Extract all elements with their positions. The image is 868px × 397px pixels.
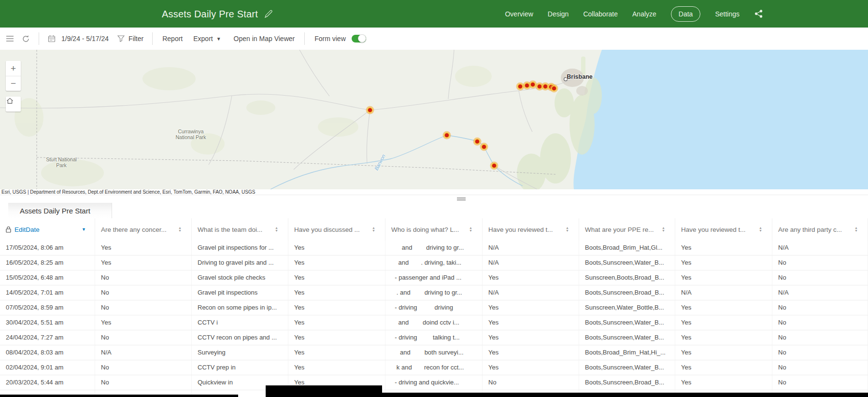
refresh-icon[interactable] [22, 35, 30, 43]
column-header-3[interactable]: Have you discussed ...▲▼ [288, 218, 385, 241]
nav-item-overview[interactable]: Overview [505, 10, 533, 18]
table-cell: Yes [288, 330, 385, 345]
sort-desc-icon[interactable]: ▼ [82, 227, 86, 232]
open-in-map-viewer-button[interactable]: Open in Map Viewer [234, 35, 295, 43]
nav-item-settings[interactable]: Settings [715, 10, 740, 18]
menu-icon[interactable] [6, 35, 14, 42]
table-row[interactable]: 07/05/2024, 8:59 amNoRecon on some pipes… [0, 300, 868, 315]
filter-button[interactable]: Filter [128, 35, 143, 43]
nav-item-analyze[interactable]: Analyze [632, 10, 656, 18]
share-icon[interactable] [754, 9, 763, 18]
table-row[interactable]: 20/03/2024, 5:44 amNoQuickview inYes - d… [0, 375, 868, 390]
table-cell: Yes [95, 255, 192, 270]
map-canvas[interactable]: + − BrisbaneCurrawinya National ParkStur… [0, 50, 868, 189]
sort-icon[interactable]: ▲▼ [662, 227, 665, 232]
home-button[interactable] [6, 97, 21, 112]
column-header-2[interactable]: What is the team doi...▲▼ [192, 218, 288, 241]
table-cell: 08/04/2024, 8:03 am [0, 345, 95, 360]
sort-icon[interactable]: ▲▼ [854, 227, 858, 232]
map-point[interactable] [480, 143, 488, 151]
column-header-7[interactable]: Have you reviewed t...▲▼ [675, 218, 772, 241]
table-row[interactable]: 17/05/2024, 8:06 amYesGravel pit inspect… [0, 241, 868, 255]
report-button[interactable]: Report [162, 35, 183, 43]
table-row[interactable]: 08/04/2024, 8:03 amN/ASurveyingYes and b… [0, 345, 868, 360]
table-cell: and . driving, taki... [385, 255, 483, 270]
splitter-grip-icon[interactable] [457, 198, 466, 201]
table-cell: No [95, 300, 192, 315]
zoom-in-button[interactable]: + [6, 61, 21, 76]
table-cell: Yes [288, 270, 385, 285]
column-header-1[interactable]: Are there any concer...▲▼ [95, 218, 192, 241]
form-view-toggle[interactable] [352, 35, 366, 43]
column-header-6[interactable]: What are your PPE re...▲▼ [579, 218, 675, 241]
calendar-icon[interactable] [48, 35, 56, 43]
sort-icon[interactable]: ▲▼ [469, 227, 472, 232]
filter-icon[interactable] [117, 35, 125, 42]
table-cell: Yes [675, 300, 772, 315]
sort-icon[interactable]: ▲▼ [275, 227, 278, 232]
table-cell: - driving and quickvie... [385, 375, 483, 390]
column-label: Are there any concer... [101, 226, 167, 233]
table-cell: Yes [288, 345, 385, 360]
table-cell: - driving driving [385, 300, 483, 315]
table-cell: Yes [483, 345, 579, 360]
edit-title-icon[interactable] [264, 9, 273, 18]
table-row[interactable]: 14/05/2024, 7:01 amNoGravel pit inspecti… [0, 285, 868, 300]
table-cell: No [772, 270, 868, 285]
table-cell: 24/04/2024, 7:27 am [0, 330, 95, 345]
table-cell: Yes [288, 315, 385, 330]
map-point[interactable] [443, 131, 451, 140]
table-cell: - passenger and iPad ... [385, 270, 483, 285]
column-label: Who is doing what? L... [391, 226, 459, 233]
column-header-8[interactable]: Are any third party c...▲▼ [772, 218, 868, 241]
table-cell: Yes [483, 315, 579, 330]
table-row[interactable]: 02/04/2024, 9:01 amNoCCTV prep inYes k a… [0, 360, 868, 375]
map-point[interactable] [490, 162, 498, 170]
table-cell: Yes [288, 285, 385, 300]
sort-icon[interactable]: ▲▼ [178, 227, 182, 232]
map-point[interactable] [366, 106, 374, 114]
column-label: Have you reviewed t... [681, 226, 746, 233]
table-row[interactable]: 16/05/2024, 8:25 amYesDriving to gravel … [0, 255, 868, 270]
map-point[interactable] [473, 138, 482, 146]
column-header-4[interactable]: Who is doing what? L...▲▼ [385, 218, 483, 241]
column-header-0[interactable]: EditDate▼ [0, 218, 95, 241]
table-cell: Sunscreen,Boots,Broad_B... [579, 270, 675, 285]
table-cell: Yes [675, 360, 772, 375]
table-cell: N/A [772, 285, 868, 300]
column-header-5[interactable]: Have you reviewed t...▲▼ [483, 218, 579, 241]
table-row[interactable]: 24/04/2024, 7:27 amNoCCTV recon on pipes… [0, 330, 868, 345]
table-cell: Recon on some pipes in ip... [192, 300, 288, 315]
table-cell: No [772, 330, 868, 345]
sort-icon[interactable]: ▲▼ [372, 227, 375, 232]
tab-assets-daily-pre-start[interactable]: Assets Daily Pre Start [8, 203, 112, 218]
table-cell: No [772, 300, 868, 315]
zoom-out-button[interactable]: − [6, 76, 21, 91]
sort-icon[interactable]: ▲▼ [566, 227, 569, 232]
map-point[interactable] [550, 85, 558, 93]
table-cell: Yes [483, 360, 579, 375]
sort-icon[interactable]: ▲▼ [759, 227, 762, 232]
nav-item-design[interactable]: Design [548, 10, 569, 18]
date-range[interactable]: 1/9/24 - 5/17/24 [61, 35, 109, 43]
table-cell: Yes [288, 300, 385, 315]
column-label: Have you reviewed t... [488, 226, 553, 233]
table-cell: Yes [675, 255, 772, 270]
table-cell: Gravel pit inspections for ... [192, 241, 288, 255]
table-cell: Gravel stock pile checks [192, 270, 288, 285]
table-cell: No [772, 315, 868, 330]
export-button[interactable]: Export▼ [193, 35, 221, 43]
lock-icon [6, 226, 11, 233]
table-cell: - driving talking t... [385, 330, 483, 345]
table-cell: and doind cctv i... [385, 315, 483, 330]
table-row[interactable]: 15/05/2024, 6:48 amNoGravel stock pile c… [0, 270, 868, 285]
table-cell: No [95, 375, 192, 390]
table-cell: N/A [483, 285, 579, 300]
table-row[interactable]: 30/04/2024, 5:51 amYesCCTV iYes and doin… [0, 315, 868, 330]
chevron-down-icon: ▼ [216, 36, 221, 42]
nav-item-data[interactable]: Data [671, 6, 701, 22]
table-cell: 07/05/2024, 8:59 am [0, 300, 95, 315]
nav-item-collaborate[interactable]: Collaborate [583, 10, 618, 18]
table-cell: No [95, 330, 192, 345]
table-cell: No [772, 375, 868, 390]
